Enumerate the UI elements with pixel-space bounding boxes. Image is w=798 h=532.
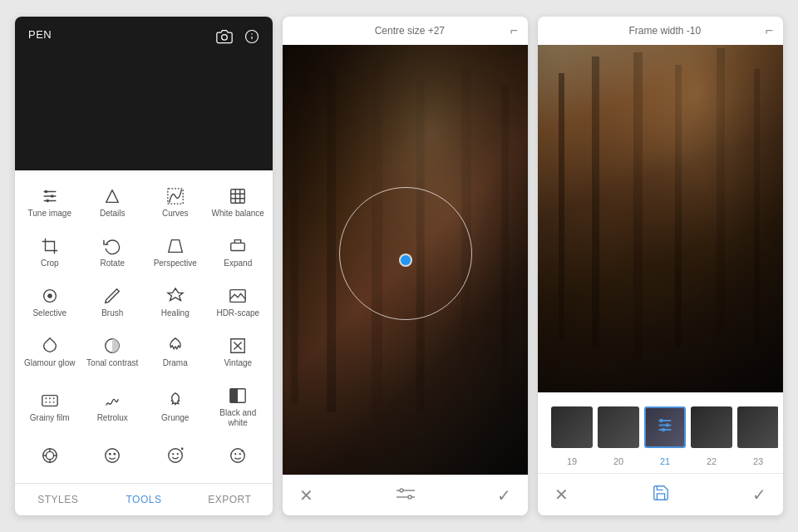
tool-bw[interactable]: Black and white bbox=[207, 377, 270, 436]
film-thumb-19[interactable] bbox=[551, 406, 593, 448]
nav-styles[interactable]: STYLES bbox=[15, 484, 101, 515]
svg-marker-17 bbox=[169, 240, 183, 253]
glamour-label: Glamour glow bbox=[24, 358, 76, 368]
tool-film[interactable] bbox=[18, 436, 81, 476]
svg-point-28 bbox=[49, 401, 51, 403]
collapse-btn[interactable]: ⌐ bbox=[510, 23, 518, 38]
tool-whitebalance[interactable]: White balance bbox=[207, 177, 270, 227]
confirm-button[interactable]: ✓ bbox=[497, 485, 511, 505]
svg-point-7 bbox=[44, 190, 47, 194]
glamour-icon bbox=[41, 337, 59, 355]
middle-bottom-bar: ✕ ✓ bbox=[283, 475, 528, 515]
circle-overlay bbox=[339, 187, 472, 320]
grainy-icon bbox=[41, 392, 59, 410]
svg-point-41 bbox=[172, 453, 174, 455]
tool-grunge[interactable]: Grunge bbox=[144, 377, 207, 436]
svg-point-59 bbox=[408, 495, 411, 499]
tool-hdrscape[interactable]: HDR-scape bbox=[207, 277, 270, 327]
right-top-bar: Frame width -10 ⌐ bbox=[538, 17, 783, 45]
svg-point-47 bbox=[239, 453, 241, 455]
film-strip bbox=[543, 400, 778, 455]
tool-vintage[interactable]: Vintage bbox=[207, 327, 270, 377]
emoji-icon bbox=[166, 446, 185, 465]
face-icon bbox=[103, 446, 121, 465]
middle-image-area[interactable] bbox=[283, 45, 528, 475]
save-icon[interactable] bbox=[652, 484, 670, 505]
curves-icon bbox=[166, 187, 185, 205]
info-icon[interactable] bbox=[244, 29, 259, 48]
tool-emoji[interactable] bbox=[144, 436, 207, 476]
film-num-19: 19 bbox=[551, 456, 593, 466]
tool-face[interactable] bbox=[81, 436, 145, 476]
svg-point-46 bbox=[234, 453, 236, 455]
tool-expand[interactable]: Expand bbox=[207, 227, 270, 277]
tool-crop[interactable]: Crop bbox=[18, 227, 81, 277]
expand-icon bbox=[229, 237, 247, 255]
svg-point-70 bbox=[659, 419, 663, 423]
film-thumb-21[interactable] bbox=[644, 406, 686, 448]
tool-tune[interactable]: Tune image bbox=[18, 177, 81, 227]
more-icon bbox=[229, 446, 247, 465]
svg-point-37 bbox=[106, 449, 120, 463]
tool-rotate[interactable]: Rotate bbox=[81, 227, 145, 277]
film-icon bbox=[41, 446, 59, 465]
vintage-icon bbox=[229, 337, 247, 355]
svg-point-39 bbox=[114, 453, 116, 456]
healing-label: Healing bbox=[161, 308, 190, 318]
brush-icon bbox=[103, 287, 121, 305]
wb-icon bbox=[229, 187, 247, 205]
film-thumb-22[interactable] bbox=[691, 406, 732, 448]
tool-glamour[interactable]: Glamour glow bbox=[18, 327, 81, 377]
tool-drama[interactable]: Drama bbox=[144, 327, 207, 377]
drama-icon bbox=[166, 337, 185, 355]
panel-header: PEN bbox=[15, 17, 273, 170]
nav-tools[interactable]: TOOLS bbox=[101, 484, 186, 515]
vintage-label: Vintage bbox=[224, 358, 252, 368]
film-thumb-23[interactable] bbox=[737, 406, 778, 448]
camera-icon[interactable] bbox=[216, 28, 233, 49]
details-label: Details bbox=[100, 209, 126, 219]
tool-healing[interactable]: Healing bbox=[144, 277, 207, 327]
curves-label: Curves bbox=[162, 209, 189, 219]
brush-label: Brush bbox=[101, 308, 123, 318]
sliders-icon[interactable] bbox=[397, 487, 415, 504]
svg-point-27 bbox=[45, 401, 47, 403]
grainy-label: Grainy film bbox=[30, 413, 70, 423]
bw-icon bbox=[229, 387, 247, 405]
tool-grainy[interactable]: Grainy film bbox=[18, 377, 81, 436]
right-confirm-button[interactable]: ✓ bbox=[752, 485, 766, 505]
left-panel: PEN bbox=[15, 17, 273, 515]
tool-more[interactable] bbox=[207, 436, 270, 476]
svg-point-32 bbox=[46, 451, 53, 459]
right-panel: Frame width -10 ⌐ bbox=[538, 17, 783, 515]
film-thumb-20[interactable] bbox=[598, 406, 639, 448]
cancel-button[interactable]: ✕ bbox=[299, 485, 313, 505]
svg-rect-23 bbox=[42, 396, 57, 406]
circle-dot[interactable] bbox=[401, 255, 411, 265]
tune-icon bbox=[41, 187, 59, 205]
film-num-22: 22 bbox=[691, 456, 732, 466]
tool-brush[interactable]: Brush bbox=[81, 277, 145, 327]
tool-selective[interactable]: Selective bbox=[18, 277, 81, 327]
header-icons bbox=[216, 28, 259, 49]
tool-details[interactable]: Details bbox=[81, 177, 145, 227]
svg-point-29 bbox=[52, 401, 54, 403]
right-cancel-button[interactable]: ✕ bbox=[554, 485, 569, 505]
svg-rect-18 bbox=[231, 243, 245, 250]
tool-curves[interactable]: Curves bbox=[144, 177, 207, 227]
film-strip-container: 19 20 21 22 23 bbox=[538, 392, 783, 473]
rotate-icon bbox=[103, 237, 121, 255]
nav-export[interactable]: EXPORT bbox=[187, 484, 273, 515]
tool-retrolux[interactable]: Retrolux bbox=[81, 377, 145, 436]
tonal-icon bbox=[103, 337, 121, 355]
selective-label: Selective bbox=[32, 308, 66, 318]
film-numbers: 19 20 21 22 23 bbox=[543, 455, 778, 473]
svg-point-8 bbox=[51, 195, 54, 198]
right-collapse-btn[interactable]: ⌐ bbox=[766, 23, 773, 38]
tool-perspective[interactable]: Perspective bbox=[144, 227, 207, 277]
tool-tonal[interactable]: Tonal contrast bbox=[81, 327, 145, 377]
selective-icon bbox=[41, 287, 59, 305]
film-num-20: 20 bbox=[598, 456, 639, 466]
right-image-area[interactable] bbox=[538, 45, 783, 392]
retrolux-label: Retrolux bbox=[97, 413, 128, 423]
